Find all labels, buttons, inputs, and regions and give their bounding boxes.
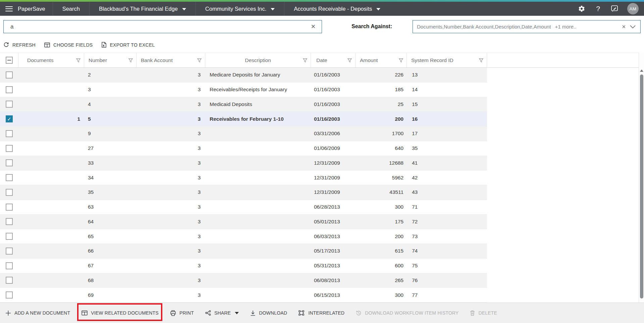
row-checkbox[interactable] [6,145,13,152]
row-checkbox[interactable] [6,189,13,196]
nav-dropdown-company[interactable]: Community Services Inc. [196,2,284,16]
cell-documents [18,244,84,258]
share-button[interactable]: SHARE [205,310,239,316]
table-row[interactable]: 68 3 06/08/2013 265 76 [0,273,487,288]
table-row[interactable]: 4 3 Medicaid Deposits 01/16/2003 25 15 [0,97,487,112]
filter-icon[interactable] [347,58,352,62]
cell-documents [18,215,84,229]
scrollbar-thumb[interactable] [640,74,643,299]
cell-documents [18,288,84,302]
row-checkbox[interactable] [6,130,13,137]
chevron-down-icon [376,8,380,10]
settings-gear-icon[interactable] [578,5,585,12]
cell-amount: 265 [356,273,407,288]
filter-icon[interactable] [303,58,307,62]
cell-number: 64 [84,215,137,229]
filter-icon[interactable] [479,58,483,62]
row-checkbox[interactable] [6,218,13,225]
filter-icon[interactable] [197,58,202,62]
hamburger-menu-icon[interactable] [5,6,13,11]
column-header-number[interactable]: Number [84,53,137,67]
table-row[interactable]: 9 3 03/31/2006 1700 17 [0,126,487,141]
column-header-system-record-id[interactable]: System Record ID [407,53,487,67]
cell-date: 05/17/2013 [311,244,356,258]
table-row[interactable]: 35 3 12/31/2009 43511 43 [0,185,487,200]
cell-bank-account: 3 [137,185,205,200]
table-row[interactable]: 33 3 12/31/2009 12688 41 [0,156,487,171]
row-checkbox[interactable] [6,86,13,93]
table-row[interactable]: 67 3 05/31/2013 600 75 [0,259,487,273]
table-row[interactable]: 65 3 06/03/2013 200 73 [0,229,487,244]
cell-date: 01/06/2009 [311,141,356,156]
table-row[interactable]: 69 3 06/15/2013 300 77 [0,288,487,303]
column-header-bank-account[interactable]: Bank Account [137,53,205,67]
filter-icon[interactable] [76,58,80,62]
nav-item-search[interactable]: Search [53,2,89,16]
cell-bank-account: 3 [137,273,205,288]
vertical-scrollbar[interactable] [639,53,644,303]
user-avatar[interactable]: AM [627,3,639,14]
column-header-description[interactable]: Description [205,53,311,67]
cell-date: 01/16/2003 [311,112,356,126]
row-checkbox[interactable] [6,262,13,269]
row-checkbox[interactable] [6,291,13,299]
download-button[interactable]: DOWNLOAD [250,310,287,316]
select-all-checkbox[interactable] [6,57,13,64]
column-header-amount[interactable]: Amount [356,53,407,67]
row-checkbox[interactable] [6,159,13,166]
column-label: Documents [27,57,53,63]
table-row[interactable]: 27 3 01/06/2009 640 35 [0,141,487,156]
column-header-date[interactable]: Date [311,53,356,67]
refresh-button[interactable]: REFRESH [3,42,36,48]
scrollbar-up-arrow-icon[interactable] [640,69,643,72]
nav-dropdown-document-type[interactable]: Accounts Receivable - Deposits [284,2,390,16]
table-row[interactable]: 34 3 12/31/2009 5962 42 [0,170,487,185]
table-row[interactable]: 2 3 Medicare Deposits for January 01/16/… [0,68,487,83]
cell-bank-account: 3 [137,112,205,126]
row-checkbox[interactable] [6,233,13,240]
cell-system-record-id: 77 [407,288,487,302]
row-checkbox-cell [0,200,18,214]
row-checkbox[interactable] [6,71,13,78]
footer-item-label: DOWNLOAD [259,310,287,316]
row-checkbox[interactable] [6,174,13,181]
column-header-documents[interactable]: Documents [18,53,84,67]
cell-amount: 300 [356,288,407,302]
cell-bank-account: 3 [137,259,205,273]
printer-icon [170,310,176,316]
row-checkbox[interactable] [6,277,13,284]
cell-system-record-id: 35 [407,141,487,156]
feedback-pencil-icon[interactable] [611,5,618,12]
app-title: PaperSave [18,6,45,12]
table-row[interactable]: 64 3 05/01/2013 175 72 [0,215,487,229]
search-clear-icon[interactable]: ✕ [305,23,322,30]
chevron-down-icon [271,8,275,10]
row-checkbox[interactable] [6,204,13,211]
row-checkbox-cell [0,244,18,258]
select-clear-icon[interactable]: ✕ [618,24,630,30]
filter-icon[interactable] [399,58,403,62]
row-checkbox[interactable] [6,101,13,108]
view-related-documents-button[interactable]: VIEW RELATED DOCUMENTS [82,310,159,316]
table-row[interactable]: 1 5 3 Receivables for February 1-10 01/1… [0,112,487,126]
add-new-document-button[interactable]: ADD A NEW DOCUMENT [5,310,70,316]
help-icon[interactable]: ? [594,5,602,12]
interrelated-button[interactable]: INTERRELATED [299,310,344,316]
search-against-select[interactable]: Documents,Number,Bank Account,Descriptio… [413,20,641,33]
print-button[interactable]: SHARE PRINT [170,310,194,316]
select-chevron-down-icon[interactable] [630,25,636,29]
row-checkbox[interactable] [6,115,13,122]
table-body: 2 3 Medicare Deposits for January 01/16/… [0,68,644,303]
table-row[interactable]: 3 3 Receivables/Receipts for January 01/… [0,83,487,97]
choose-fields-button[interactable]: CHOOSE FIELDS [44,42,93,48]
table-row[interactable]: 63 3 06/28/2013 300 71 [0,200,487,215]
cell-system-record-id: 74 [407,244,487,258]
table-row[interactable]: 66 3 05/17/2013 615 74 [0,244,487,259]
export-to-excel-button[interactable]: EXPORT TO EXCEL [101,42,155,48]
cell-documents [18,68,84,82]
nav-item-label: Accounts Receivable - Deposits [294,6,372,12]
nav-dropdown-database[interactable]: Blackbaud's The Financial Edge [90,2,196,16]
search-input[interactable] [4,23,305,30]
filter-icon[interactable] [128,58,133,62]
row-checkbox[interactable] [6,248,13,255]
